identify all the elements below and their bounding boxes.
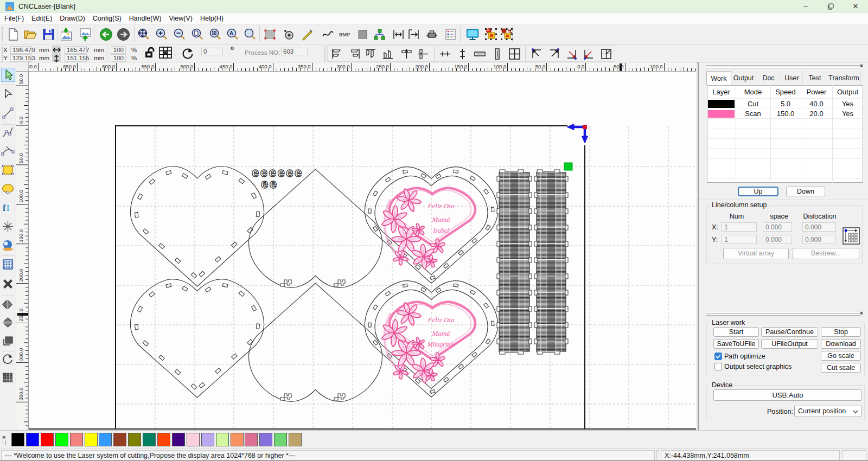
svg-text:100.0: 100.0 xyxy=(18,190,24,203)
svg-text:e: e xyxy=(286,165,293,180)
svg-text:350.0: 350.0 xyxy=(18,388,24,401)
svg-text:150.0: 150.0 xyxy=(18,229,24,242)
svg-text:I: I xyxy=(7,203,9,213)
svg-text:f: f xyxy=(3,203,6,213)
svg-text:Mamá: Mamá xyxy=(431,329,450,337)
svg-text:Milagritos: Milagritos xyxy=(427,341,455,348)
svg-text:200.0: 200.0 xyxy=(18,269,24,282)
svg-text:e: e xyxy=(277,165,284,180)
svg-text:BMP: BMP xyxy=(339,32,350,37)
svg-text:50.0: 50.0 xyxy=(18,153,24,163)
svg-text:50.0: 50.0 xyxy=(18,74,24,85)
svg-text:A: A xyxy=(229,30,233,36)
svg-text:Isabel: Isabel xyxy=(432,227,449,234)
svg-text:Mamá: Mamá xyxy=(431,215,450,223)
svg-text:e: e xyxy=(295,165,302,180)
svg-text:Feliz Dia: Feliz Dia xyxy=(427,316,455,324)
svg-text:Feliz Dia: Feliz Dia xyxy=(427,202,455,210)
svg-text:e: e xyxy=(261,176,268,191)
svg-text:e: e xyxy=(270,176,277,191)
svg-text:0.0: 0.0 xyxy=(18,117,24,124)
svg-text:e: e xyxy=(252,165,259,180)
svg-text:300.0: 300.0 xyxy=(18,348,24,361)
